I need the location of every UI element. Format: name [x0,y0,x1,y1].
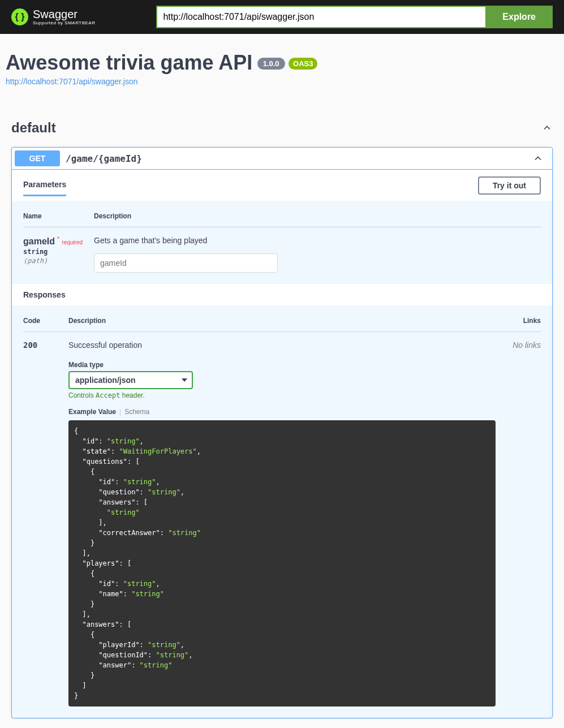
param-type: string [23,248,94,256]
column-links-header: Links [496,317,541,325]
parameters-title: Parameters [23,174,66,196]
response-row: 200 Successful operation Media type appl… [23,341,541,707]
url-bar: Explore [156,6,553,28]
responses-table: Code Description Links 200 Successful op… [12,305,552,718]
responses-title: Responses [23,285,66,305]
explore-button[interactable]: Explore [485,6,553,28]
parameters-table: Name Description gameId* required string… [12,201,552,284]
media-type-select[interactable]: application/json [68,371,193,389]
tag-name: default [11,120,56,136]
response-description: Successful operation [68,341,496,350]
param-name: gameId [23,236,55,246]
schema-tab[interactable]: Schema [124,408,149,416]
response-code: 200 [23,341,68,707]
chevron-up-icon [541,122,553,133]
logo-subtitle: Supported by SMARTBEAR [33,20,95,25]
api-info: Awesome trivia game API 1.0.0 OAS3 http:… [6,51,558,97]
swagger-icon: { } [11,8,28,25]
column-resp-desc-header: Description [68,317,496,325]
example-code-block: { "id": "string", "state": "WaitingForPl… [68,420,496,707]
column-name-header: Name [23,212,94,220]
logo-text: Swagger [33,8,78,20]
chevron-up-icon [532,153,544,164]
method-badge: GET [15,150,60,166]
responses-header: Responses [12,284,552,305]
oas-badge: OAS3 [289,58,317,70]
operation-summary[interactable]: GET /game/{gameId} [12,148,552,170]
param-input[interactable] [94,253,278,273]
required-star: * [55,236,59,242]
try-it-out-button[interactable]: Try it out [478,176,541,195]
required-label: required [62,239,83,245]
response-links: No links [496,341,541,707]
parameters-header: Parameters Try it out [12,170,552,201]
spec-url-input[interactable] [156,6,485,28]
accept-header-hint: Controls Accept header. [68,391,496,399]
column-description-header: Description [94,212,541,220]
example-value-tab[interactable]: Example Value [68,408,116,416]
operation-block: GET /game/{gameId} Parameters Try it out… [11,147,553,718]
version-badge: 1.0.0 [257,58,285,70]
topbar: { } Swagger Supported by SMARTBEAR Explo… [0,0,564,34]
column-code-header: Code [23,317,68,325]
tag-header[interactable]: default [11,114,553,141]
param-description: Gets a game that's being played [94,236,541,245]
example-tabs: Example Value|Schema [68,408,496,416]
logo[interactable]: { } Swagger Supported by SMARTBEAR [11,8,95,25]
spec-url-link[interactable]: http://localhost:7071/api/swagger.json [6,77,558,86]
parameter-row: gameId* required string (path) Gets a ga… [23,236,541,273]
api-title: Awesome trivia game API [6,51,252,75]
media-type-label: Media type [68,361,496,369]
param-in: (path) [23,257,94,265]
operation-path: /game/{gameId} [66,153,532,164]
